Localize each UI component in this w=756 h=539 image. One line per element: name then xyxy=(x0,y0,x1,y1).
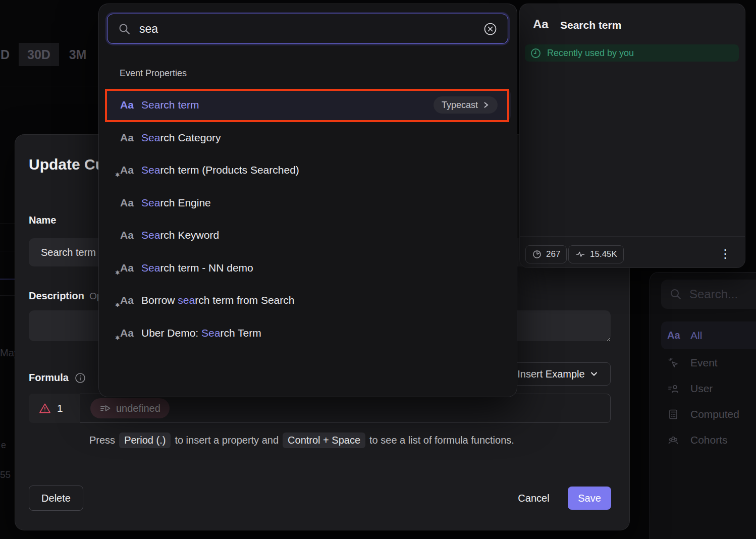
item-label: Uber Demo: Search Term xyxy=(141,327,261,339)
custom-property-star-icon: ✱ xyxy=(115,302,120,308)
user-icon xyxy=(667,383,682,395)
item-label: Search Category xyxy=(141,132,221,144)
sidebar-search[interactable] xyxy=(661,280,756,309)
pie-chart-icon xyxy=(532,249,542,259)
text-property-icon: Aa xyxy=(120,132,141,144)
property-type-sidebar: Aa All Event User xyxy=(650,273,756,539)
hint-text: to insert a property and xyxy=(175,435,279,446)
typecast-badge[interactable]: Typecast xyxy=(434,96,498,114)
calculator-icon xyxy=(667,408,682,420)
hint-text: to see a list of formula functions. xyxy=(369,435,514,446)
chart-gridline xyxy=(0,224,15,224)
list-item-search-category[interactable]: Aa Search Category xyxy=(105,122,511,154)
save-button[interactable]: Save xyxy=(568,487,611,510)
property-details-panel: Aa Search term Recently used by you 267 xyxy=(520,4,745,267)
sidebar-item-label: Computed xyxy=(690,408,739,420)
token-label: undefined xyxy=(116,403,160,414)
text-property-icon: Aa xyxy=(120,197,141,209)
custom-text-property-icon: Aa✱ xyxy=(120,262,141,274)
recently-used-badge: Recently used by you xyxy=(525,44,739,62)
item-label: Search Engine xyxy=(141,197,211,209)
sidebar-item-label: User xyxy=(690,383,713,395)
cursor-click-icon xyxy=(667,357,682,369)
list-item-search-term[interactable]: Aa Search term Typecast xyxy=(105,89,511,121)
chart-edge-line xyxy=(0,86,99,86)
axis-label-55: 55 xyxy=(0,469,11,480)
item-label: Borrow search term from Search xyxy=(141,294,294,306)
text-property-icon: Aa xyxy=(667,330,682,341)
sidebar-item-cohorts[interactable]: Cohorts xyxy=(661,427,756,453)
kbd-control-space: Control + Space xyxy=(283,433,365,448)
text-property-icon: Aa xyxy=(120,99,141,111)
stat-value: 267 xyxy=(546,249,560,259)
insert-example-label: Insert Example xyxy=(517,368,584,380)
modal-title: Update Cu xyxy=(29,156,104,173)
list-item-uber-demo-search-term[interactable]: Aa✱ Uber Demo: Search Term xyxy=(105,317,511,349)
list-item-search-engine[interactable]: Aa Search Engine xyxy=(105,187,511,219)
sidebar-search-input[interactable] xyxy=(689,287,756,301)
custom-property-star-icon: ✱ xyxy=(115,172,120,178)
formula-editor[interactable]: undefined xyxy=(80,394,611,423)
recently-used-label: Recently used by you xyxy=(547,48,634,59)
property-search-dropdown: Event Properties Aa Search term Typecast… xyxy=(99,4,517,397)
insert-example-button[interactable]: Insert Example xyxy=(505,362,611,386)
chevron-down-icon xyxy=(590,370,598,378)
search-box[interactable] xyxy=(107,14,508,44)
time-range-3m-button[interactable]: 3M xyxy=(64,43,91,66)
kebab-menu-icon[interactable]: ⋮ xyxy=(719,248,731,259)
sidebar-item-computed[interactable]: Computed xyxy=(661,402,756,427)
text-property-icon: Aa xyxy=(533,17,549,31)
custom-text-property-icon: Aa✱ xyxy=(120,164,141,176)
time-range-7d-button[interactable]: D xyxy=(0,43,10,66)
typecast-label: Typecast xyxy=(442,100,478,111)
volume-stat-pill[interactable]: 15.45K xyxy=(568,245,624,263)
function-icon xyxy=(99,402,112,414)
cardinality-stat-pill[interactable]: 267 xyxy=(525,245,567,263)
item-label: Search term (Products Searched) xyxy=(141,164,299,176)
people-icon xyxy=(667,434,682,446)
hint-text: Press xyxy=(89,435,115,446)
sidebar-item-all[interactable]: Aa All xyxy=(661,321,756,349)
sidebar-item-label: Cohorts xyxy=(690,434,728,446)
delete-button[interactable]: Delete xyxy=(29,486,83,511)
sidebar-item-label: Event xyxy=(690,357,718,369)
sidebar-item-label: All xyxy=(690,330,702,342)
activity-icon xyxy=(575,249,586,259)
list-item-search-keyword[interactable]: Aa Search Keyword xyxy=(105,219,511,251)
formula-hint: Press Period (.) to insert a property an… xyxy=(89,433,514,448)
description-label: Description xyxy=(29,290,84,302)
kbd-period: Period (.) xyxy=(119,433,171,448)
search-icon xyxy=(669,288,682,301)
search-input[interactable] xyxy=(139,22,475,36)
item-label: Search term - NN demo xyxy=(141,262,253,274)
formula-error-gutter: 1 xyxy=(29,394,80,423)
axis-label-fragment: e xyxy=(1,440,6,451)
chevron-right-icon xyxy=(482,101,490,109)
sidebar-item-event[interactable]: Event xyxy=(661,350,756,375)
clock-icon xyxy=(530,47,542,59)
formula-token-undefined[interactable]: undefined xyxy=(90,398,170,418)
text-property-icon: Aa xyxy=(120,229,141,241)
custom-text-property-icon: Aa✱ xyxy=(120,294,141,306)
custom-property-star-icon: ✱ xyxy=(115,270,120,276)
divider xyxy=(520,236,745,237)
custom-property-star-icon: ✱ xyxy=(115,335,120,341)
search-icon xyxy=(118,22,131,36)
name-label: Name xyxy=(29,214,56,226)
item-label: Search Keyword xyxy=(141,229,219,241)
formula-label: Formula xyxy=(29,372,69,384)
sidebar-item-user[interactable]: User xyxy=(661,376,756,401)
list-item-search-term-nn-demo[interactable]: Aa✱ Search term - NN demo xyxy=(105,252,511,284)
custom-text-property-icon: Aa✱ xyxy=(120,327,141,339)
time-range-30d-button[interactable]: 30D xyxy=(19,43,59,66)
cancel-button[interactable]: Cancel xyxy=(507,487,560,510)
stat-value: 15.45K xyxy=(590,249,617,259)
item-label: Search term xyxy=(141,99,199,111)
list-item-borrow-search-term[interactable]: Aa✱ Borrow search term from Search xyxy=(105,284,511,316)
details-title: Search term xyxy=(560,19,621,31)
list-item-search-term-products-searched[interactable]: Aa✱ Search term (Products Searched) xyxy=(105,154,511,186)
warning-icon xyxy=(39,403,51,414)
info-icon[interactable] xyxy=(75,372,86,384)
clear-search-icon[interactable] xyxy=(483,22,498,36)
app-root: D 30D 3M May e 55 Update Cu Name Descrip… xyxy=(0,0,756,539)
